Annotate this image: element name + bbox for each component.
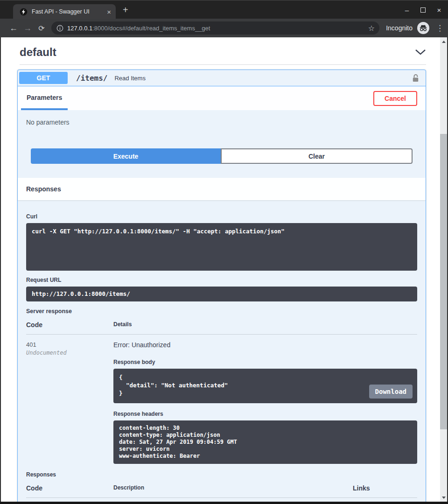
tab-parameters[interactable]: Parameters [21, 86, 68, 110]
back-icon[interactable]: ← [7, 23, 21, 33]
auth-lock-button[interactable] [411, 73, 420, 83]
server-response-label: Server response [26, 308, 417, 315]
tag-title: default [20, 46, 56, 59]
url-host: 127.0.0.1 [67, 25, 92, 32]
new-tab-icon[interactable]: + [123, 5, 128, 15]
incognito-icon [417, 22, 429, 34]
documented-responses-label: Responses [26, 471, 417, 478]
request-url-value: http://127.0.0.1:8000/items/ [26, 287, 417, 301]
server-response-row: 401 Undocumented Error: Unauthorized Res… [26, 335, 417, 464]
operation-block: GET /items/ Read Items Parameters Cance [17, 70, 426, 502]
status-code: 401 [26, 341, 113, 348]
scroll-down-icon[interactable] [440, 494, 447, 501]
window-close-icon[interactable]: × [436, 7, 442, 14]
incognito-label: Incognito [386, 24, 413, 32]
documented-responses-table-header: Code Description Links [26, 484, 417, 498]
request-url-label: Request URL [26, 277, 417, 283]
collapse-chevron-icon[interactable] [415, 49, 426, 56]
operation-summary-text: Read Items [114, 75, 411, 82]
clear-button[interactable]: Clear [221, 148, 413, 164]
download-button[interactable]: Download [369, 385, 413, 399]
error-text: Error: Unauthorized [113, 341, 417, 349]
parameters-tab-bar: Parameters Cancel [18, 86, 426, 110]
browser-toolbar: ← → ⟳ 127.0.0.1:8000/docs#/default/read_… [0, 19, 448, 37]
execute-button[interactable]: Execute [31, 148, 221, 164]
browser-window: Fast API - Swagger UI × + – × ← → ⟳ 127.… [0, 0, 448, 504]
response-body-label: Response body [113, 359, 417, 365]
fastapi-favicon-icon [20, 8, 28, 16]
page-scrollbar[interactable] [440, 37, 447, 502]
no-parameters-text: No parameters [26, 119, 417, 126]
address-bar[interactable]: 127.0.0.1:8000/docs#/default/read_items_… [51, 21, 379, 35]
documented-response-row: 200 Successful Response No links [26, 498, 417, 502]
url-text[interactable]: 127.0.0.1:8000/docs#/default/read_items_… [67, 25, 365, 32]
browser-viewport: default GET /items/ Read Items [0, 37, 448, 502]
description-column-header: Description [113, 484, 353, 492]
browser-titlebar: Fast API - Swagger UI × + – × [0, 0, 448, 19]
details-column-header: Details [113, 321, 417, 329]
tag-section-header[interactable]: default [20, 46, 426, 65]
status-code-cell: 401 Undocumented [26, 341, 113, 464]
window-controls: – × [404, 0, 442, 19]
reload-icon[interactable]: ⟳ [35, 24, 49, 33]
details-cell: Error: Unauthorized Response body { "det… [113, 341, 417, 464]
maximize-icon[interactable] [420, 7, 426, 13]
server-response-table-header: Code Details [26, 321, 417, 335]
tab-close-icon[interactable]: × [107, 8, 111, 15]
response-body-json: { "detail": "Not authenticated" } [119, 374, 228, 397]
execute-row: Execute Clear [31, 148, 413, 164]
bookmark-star-icon[interactable]: ☆ [368, 24, 375, 33]
swagger-page: default GET /items/ Read Items [1, 37, 440, 502]
unlocked-padlock-icon [411, 73, 420, 83]
responses-section-header: Responses [18, 178, 426, 200]
operation-summary[interactable]: GET /items/ Read Items [18, 70, 426, 86]
url-path: :8000/docs#/default/read_items_items__ge… [92, 25, 210, 32]
http-method-badge: GET [19, 72, 68, 84]
curl-command[interactable]: curl -X GET "http://127.0.0.1:8000/items… [26, 223, 417, 271]
operation-path: /items/ [76, 74, 107, 83]
response-body-block: { "detail": "Not authenticated" }Downloa… [113, 369, 417, 403]
responses-body: Curl curl -X GET "http://127.0.0.1:8000/… [18, 200, 426, 502]
response-headers-block: content-length: 30 content-type: applica… [113, 420, 417, 464]
browser-menu-icon[interactable]: ⋮ [436, 23, 443, 33]
undocumented-note: Undocumented [26, 350, 113, 356]
scrollbar-thumb[interactable] [440, 134, 447, 429]
window-bottom-edge [0, 502, 448, 504]
forward-icon[interactable]: → [21, 23, 35, 33]
code-column-header: Code [26, 321, 113, 329]
tab-title: Fast API - Swagger UI [32, 8, 107, 15]
code-column-header: Code [26, 484, 113, 492]
cancel-button[interactable]: Cancel [373, 91, 417, 106]
minimize-icon[interactable]: – [404, 7, 410, 14]
response-headers-label: Response headers [113, 411, 417, 417]
page-info-icon[interactable] [56, 25, 63, 32]
links-column-header: Links [353, 484, 417, 492]
scroll-up-icon[interactable] [440, 38, 447, 45]
parameters-body: No parameters Execute Clear [18, 110, 426, 178]
browser-tab[interactable]: Fast API - Swagger UI × [13, 4, 116, 19]
curl-label: Curl [26, 213, 417, 220]
